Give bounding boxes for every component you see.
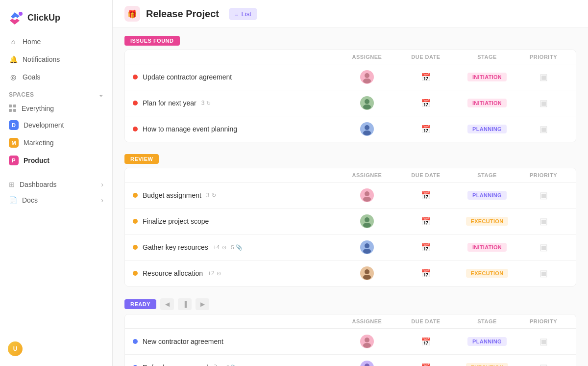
ctrl-btn-3[interactable]: ▶ [196,298,209,310]
col-task-rd [133,318,338,324]
svg-point-6 [363,131,371,135]
task-count: +4 ⊙ [213,244,226,251]
due-date-cell: 📅 [396,191,455,200]
sidebar-item-marketing[interactable]: M Marketing [4,134,108,151]
priority-icon: ▣ [539,268,548,279]
stage-badge: PLANNING [467,125,507,133]
task-count: +2 ⊙ [208,270,221,277]
priority-icon: ▣ [539,98,548,108]
task-name[interactable]: Resource allocation [143,269,203,277]
link-icon: ⊙ [217,270,221,277]
spaces-header: Spaces ⌄ [0,85,112,101]
col-duedate-r: DUE DATE [396,172,455,178]
target-icon: ◎ [9,73,18,81]
stage-cell: PLANNING [455,337,519,346]
marketing-badge: M [9,138,19,148]
task-name-cell: How to manage event planning [133,125,338,133]
ready-table: ASSIGNEE DUE DATE STAGE PRIORITY New con… [124,314,576,366]
sidebar-item-development[interactable]: D Development [4,117,108,133]
docs-icon: 📄 [9,196,17,204]
task-name[interactable]: Update contractor agreement [143,73,232,81]
task-dot-orange [133,219,138,224]
svg-point-11 [365,243,369,248]
task-name[interactable]: Plan for next year [143,99,196,107]
task-name[interactable]: Gather key resources [143,243,208,251]
task-name-cell: Finalize project scope [133,217,338,225]
sidebar-item-notifications[interactable]: 🔔 Notifications [4,51,108,68]
spaces-collapse-icon[interactable]: ⌄ [98,91,104,98]
stage-badge: INITIATION [467,243,507,252]
task-name-cell: New contractor agreement [133,338,338,345]
stage-cell: PLANNING [455,125,519,133]
development-label: Development [24,121,64,129]
svg-point-9 [365,217,369,222]
avatar [360,266,374,280]
assignee-cell [338,188,396,202]
list-view-tab[interactable]: ≡ List [229,8,257,20]
priority-icon: ▣ [539,336,548,347]
main-header: 🎁 Release Project ≡ List [113,0,588,28]
stage-badge: PLANNING [467,337,507,346]
col-priority-rd: PRIORITY [519,318,568,324]
task-name-cell: Refresh company website 5 📎 [133,364,338,366]
avatar [360,335,374,348]
priority-icon: ▣ [539,362,548,366]
sidebar-item-home[interactable]: ⌂ Home [4,33,108,50]
grid-icon [9,105,17,112]
priority-cell: ▣ [519,216,568,227]
calendar-icon: 📅 [421,217,431,226]
review-header-row: REVIEW [124,154,576,164]
table-row: New contractor agreement 📅 PLANNING [125,329,576,355]
col-stage-rd: STAGE [455,318,519,324]
sidebar: ClickUp ⌂ Home 🔔 Notifications ◎ Goals S… [0,0,113,366]
col-assignee-r: ASSIGNEE [338,172,396,178]
section-issues: ISSUES FOUND ASSIGNEE DUE DATE STAGE PRI… [124,36,576,142]
task-name-cell: Budget assignment 3 ↻ [133,191,338,199]
sidebar-item-goals[interactable]: ◎ Goals [4,69,108,85]
priority-cell: ▣ [519,124,568,134]
table-row: Finalize project scope 📅 EXECUTION [125,209,576,235]
svg-point-7 [365,191,369,196]
calendar-icon: 📅 [421,125,431,134]
count-number: +2 [208,270,215,277]
ready-table-header: ASSIGNEE DUE DATE STAGE PRIORITY [125,314,576,329]
task-name[interactable]: New contractor agreement [143,338,223,345]
ctrl-btn-2[interactable]: ▐ [178,298,192,310]
assignee-cell [338,70,396,84]
sidebar-item-product[interactable]: P Product [4,152,108,169]
task-name-cell: Update contractor agreement [133,73,338,81]
table-row: Plan for next year 3 ↻ 📅 [125,90,576,116]
ready-header-row: READY ◀ ▐ ▶ [124,298,576,310]
col-task-r [133,172,338,178]
col-duedate-rd: DUE DATE [396,318,455,324]
due-date-cell: 📅 [396,217,455,226]
due-date-cell: 📅 [396,99,455,108]
review-table: ASSIGNEE DUE DATE STAGE PRIORITY Budget … [124,168,576,287]
svg-point-0 [19,12,23,16]
user-avatar[interactable]: U [8,341,23,356]
link-icon: ⊙ [222,244,226,251]
sidebar-item-docs[interactable]: 📄 Docs › [4,192,108,208]
calendar-icon: 📅 [421,269,431,278]
product-label: Product [24,157,49,164]
task-name[interactable]: Budget assignment [143,191,201,199]
everything-label: Everything [22,105,54,112]
ctrl-btn-1[interactable]: ◀ [160,298,174,310]
issues-table-header: ASSIGNEE DUE DATE STAGE PRIORITY [125,50,576,64]
svg-point-8 [363,197,371,202]
sidebar-item-dashboards[interactable]: ⊞ Dashboards › [4,177,108,192]
task-name[interactable]: How to manage event planning [143,125,237,133]
stage-badge: EXECUTION [466,217,509,226]
col-stage-r: STAGE [455,172,519,178]
sidebar-item-everything[interactable]: Everything [4,101,108,116]
priority-icon: ▣ [539,72,548,82]
task-dot-red [133,75,138,79]
avatar [360,122,374,136]
calendar-icon: 📅 [421,243,431,252]
task-name[interactable]: Refresh company website [143,364,221,366]
priority-cell: ▣ [519,268,568,279]
task-name[interactable]: Finalize project scope [143,217,209,225]
sidebar-item-notifications-label: Notifications [23,55,60,63]
stage-cell: PLANNING [455,191,519,200]
spaces-label: Spaces [9,91,34,98]
